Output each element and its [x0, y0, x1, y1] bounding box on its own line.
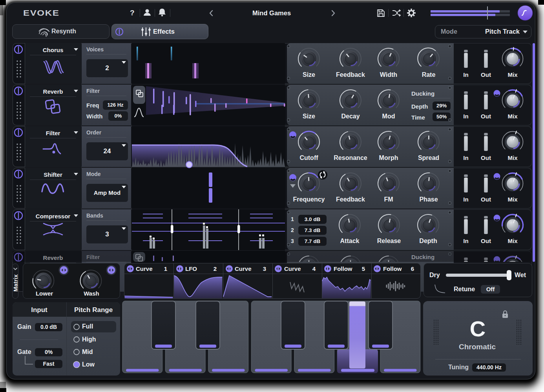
svg-text:Ducking: Ducking [411, 254, 434, 260]
